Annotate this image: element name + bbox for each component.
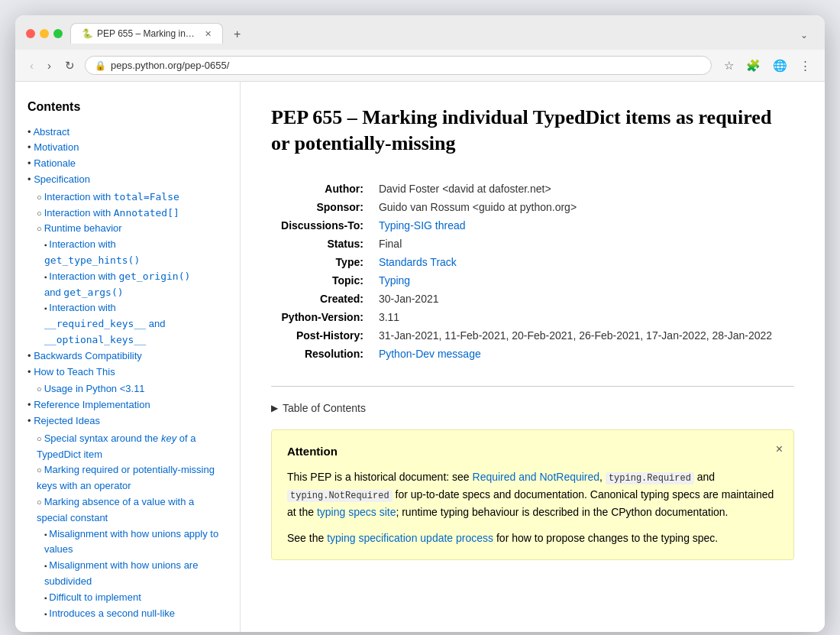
sidebar-link-abstract[interactable]: Abstract [33, 126, 69, 138]
typing-required-code: typing.Required [606, 472, 694, 484]
nav-icons: ☆ 🧩 🌐 ⋮ [721, 57, 814, 74]
toc-toggle[interactable]: ▶ Table of Contents [271, 402, 794, 414]
absence-sublist: Misalignment with how unions apply to va… [37, 526, 228, 622]
address-bar[interactable]: 🔒 peps.python.org/pep-0655/ [85, 56, 712, 75]
attention-paragraph-1: This PEP is a historical document: see R… [287, 468, 778, 521]
meta-label-python-version: Python-Version: [271, 308, 373, 326]
new-tab-button[interactable]: + [228, 25, 247, 44]
reload-button[interactable]: ↻ [61, 57, 79, 74]
window-controls [26, 29, 63, 38]
star-button[interactable]: ☆ [721, 57, 737, 74]
list-item: Runtime behavior Interaction withget_typ… [27, 221, 228, 348]
sidebar-link-difficult[interactable]: Difficult to implement [49, 591, 141, 603]
tab-close-button[interactable]: ✕ [205, 29, 212, 39]
meta-row-resolution: Resolution: Python-Dev message [271, 345, 794, 363]
meta-row-discussions: Discussions-To: Typing-SIG thread [271, 216, 794, 235]
list-item: Misalignment with how unions are subdivi… [37, 558, 228, 590]
attention-paragraph-2: See the typing specification update proc… [287, 530, 778, 546]
list-item: Reference Implementation [27, 397, 228, 413]
topic-link[interactable]: Typing [379, 274, 410, 287]
meta-label-type: Type: [271, 253, 373, 271]
list-item: How to Teach This Usage in Python <3.11 [27, 364, 228, 398]
sidebar-link-misalignment-unions-subdivided[interactable]: Misalignment with how unions are subdivi… [44, 559, 198, 587]
list-item: Misalignment with how unions apply to va… [37, 526, 228, 559]
browser-window: 🐍 PEP 655 – Marking individual ✕ + ⌄ ‹ ›… [15, 15, 825, 632]
attention-box: Attention × This PEP is a historical doc… [271, 429, 794, 560]
minimize-button[interactable] [40, 29, 49, 38]
sidebar-link-get-type-hints[interactable]: Interaction withget_type_hints() [44, 238, 140, 266]
sidebar-link-get-origin[interactable]: Interaction with get_origin()and get_arg… [44, 271, 190, 298]
meta-label-topic: Topic: [271, 271, 373, 290]
account-button[interactable]: 🌐 [770, 57, 790, 74]
sidebar-link-annotated[interactable]: Interaction with Annotated[] [44, 207, 179, 219]
meta-value-type: Standards Track [373, 253, 794, 271]
typing-notrequired-code: typing.NotRequired [287, 490, 393, 502]
typing-spec-update-link[interactable]: typing specification update process [327, 532, 493, 544]
sidebar-link-rationale[interactable]: Rationale [34, 157, 76, 169]
main-content: PEP 655 – Marking individual TypedDict i… [241, 82, 825, 632]
attention-propose-text: for how to propose changes to the typing… [493, 532, 718, 544]
maximize-button[interactable] [53, 29, 63, 38]
list-item: Marking required or potentially-missing … [27, 462, 228, 494]
runtime-sublist: Interaction withget_type_hints() Interac… [37, 237, 228, 348]
extensions-button[interactable]: 🧩 [743, 57, 764, 74]
list-item: Specification Interaction with total=Fal… [27, 172, 228, 348]
attention-text-and: and [694, 471, 715, 483]
meta-label-sponsor: Sponsor: [271, 198, 373, 216]
list-item: Interaction with total=False [27, 190, 228, 206]
typing-specs-link[interactable]: typing specs site [317, 506, 396, 518]
sidebar-link-backwards[interactable]: Backwards Compatibility [34, 350, 142, 361]
toc-label: Table of Contents [283, 402, 366, 414]
discussions-link[interactable]: Typing-SIG thread [379, 219, 466, 232]
content-area: Contents Abstract Motivation Rationale S… [15, 82, 825, 632]
forward-button[interactable]: › [44, 57, 55, 73]
tab-favicon: 🐍 [82, 28, 92, 39]
resolution-link[interactable]: Python-Dev message [379, 348, 481, 360]
sidebar-link-total-false[interactable]: Interaction with total=False [44, 191, 179, 202]
sidebar-link-usage-python[interactable]: Usage in Python <3.11 [44, 383, 145, 394]
sidebar: Contents Abstract Motivation Rationale S… [15, 82, 241, 632]
list-item: Difficult to implement [37, 590, 228, 606]
list-item: Backwards Compatibility [27, 348, 228, 364]
sidebar-link-misalignment-unions-values[interactable]: Misalignment with how unions apply to va… [44, 528, 218, 556]
list-item: Special syntax around the key of a Typed… [27, 431, 228, 463]
meta-value-status: Final [373, 235, 794, 253]
attention-close-button[interactable]: × [776, 439, 783, 459]
list-item: Interaction with__required_keys__ and__o… [37, 300, 228, 348]
close-button[interactable] [26, 29, 35, 38]
required-notrequired-link[interactable]: Required and NotRequired [473, 471, 600, 483]
sidebar-link-reference[interactable]: Reference Implementation [34, 399, 150, 410]
sidebar-link-marking-required[interactable]: Marking required or potentially-missing … [37, 464, 215, 491]
menu-button[interactable]: ⋮ [796, 57, 814, 74]
sidebar-link-special-syntax[interactable]: Special syntax around the key of a Typed… [37, 433, 195, 460]
meta-label-author: Author: [271, 180, 373, 198]
sidebar-link-rejected[interactable]: Rejected Ideas [34, 415, 100, 426]
tabs-row: 🐍 PEP 655 – Marking individual ✕ + ⌄ [70, 23, 814, 44]
attention-text-runtime: ; runtime typing behaviour is described … [396, 506, 728, 518]
type-link[interactable]: Standards Track [379, 256, 457, 268]
specification-sublist: Interaction with total=False Interaction… [27, 190, 228, 348]
sidebar-link-teach[interactable]: How to Teach This [34, 366, 115, 377]
sidebar-link-motivation[interactable]: Motivation [34, 141, 79, 153]
meta-row-python-version: Python-Version: 3.11 [271, 308, 794, 326]
meta-row-type: Type: Standards Track [271, 253, 794, 271]
sidebar-link-marking-absence[interactable]: Marking absence of a value with a specia… [37, 496, 194, 523]
sidebar-link-runtime[interactable]: Runtime behavior [44, 222, 122, 234]
meta-value-post-history: 31-Jan-2021, 11-Feb-2021, 20-Feb-2021, 2… [373, 326, 794, 345]
sidebar-link-required-keys[interactable]: Interaction with__required_keys__ and__o… [44, 302, 165, 345]
meta-label-post-history: Post-History: [271, 326, 373, 345]
meta-label-created: Created: [271, 290, 373, 308]
sidebar-link-null-like[interactable]: Introduces a second null-like [49, 607, 175, 619]
meta-value-created: 30-Jan-2021 [373, 290, 794, 308]
meta-row-created: Created: 30-Jan-2021 [271, 290, 794, 308]
active-tab[interactable]: 🐍 PEP 655 – Marking individual ✕ [70, 23, 223, 44]
list-item: Interaction with Annotated[] [27, 206, 228, 222]
tab-chevron-icon[interactable]: ⌄ [794, 27, 814, 44]
separator [271, 386, 794, 387]
meta-value-python-version: 3.11 [373, 308, 794, 326]
list-item: Interaction with get_origin()and get_arg… [37, 269, 228, 301]
list-item: Abstract [27, 125, 228, 141]
back-button[interactable]: ‹ [26, 57, 37, 73]
list-item: Usage in Python <3.11 [27, 381, 228, 397]
sidebar-link-specification[interactable]: Specification [34, 173, 90, 185]
